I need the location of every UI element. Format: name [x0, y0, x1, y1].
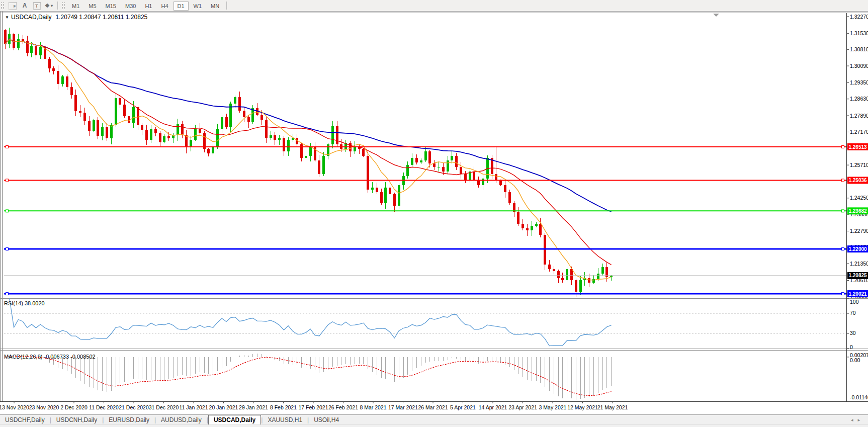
svg-text:23 Nov 2020: 23 Nov 2020 [29, 404, 59, 410]
tf-button-d1[interactable]: D1 [173, 2, 189, 11]
svg-text:2 Dec 2020: 2 Dec 2020 [60, 404, 88, 410]
svg-text:17 Feb 2021: 17 Feb 2021 [299, 404, 328, 410]
svg-text:3 May 2021: 3 May 2021 [539, 404, 567, 410]
symbol-label: USDCAD,Daily [11, 14, 52, 21]
svg-text:29 Jan 2021: 29 Jan 2021 [239, 404, 268, 410]
svg-text:1.28630: 1.28630 [850, 96, 868, 102]
macd-indicator-label: MACD(12,26,9) -0.006733 -0.008502 [4, 354, 96, 360]
tf-button-m5[interactable]: M5 [84, 2, 100, 11]
crosshair-grid-icon[interactable]: F [7, 2, 19, 11]
bottom-strip [0, 424, 868, 427]
svg-text:1.22000: 1.22000 [848, 246, 867, 252]
svg-text:1.22790: 1.22790 [850, 228, 868, 234]
chart-canvas[interactable]: 1.322701.315301.308101.300901.293501.286… [0, 0, 868, 414]
svg-text:1.27170: 1.27170 [850, 129, 868, 135]
svg-text:70: 70 [850, 310, 856, 316]
tf-button-h1[interactable]: H1 [141, 2, 156, 11]
svg-text:-0.011462: -0.011462 [850, 394, 868, 400]
toolbar: FAT❖▾ M1M5M15M30H1H4D1W1MN [0, 0, 868, 12]
level-price-tag: 1.22000 [847, 245, 868, 252]
tf-button-m15[interactable]: M15 [102, 2, 120, 11]
toolbar-separator [226, 2, 227, 10]
timeframe-button-group: M1M5M15M30H1H4D1W1MN [67, 1, 224, 11]
tf-button-mn[interactable]: MN [207, 2, 223, 11]
svg-text:1.29350: 1.29350 [850, 79, 868, 86]
svg-text:8 Feb 2021: 8 Feb 2021 [270, 404, 297, 410]
svg-text:1.25710: 1.25710 [850, 162, 868, 168]
current-price-tag: 1.20825 [847, 272, 868, 279]
svg-text:1.30090: 1.30090 [850, 63, 868, 69]
svg-text:31 Dec 2020: 31 Dec 2020 [149, 404, 179, 410]
svg-text:11 Jan 2021: 11 Jan 2021 [179, 404, 208, 410]
tf-button-h4[interactable]: H4 [157, 2, 172, 11]
svg-text:11 Dec 2020: 11 Dec 2020 [89, 404, 119, 410]
tf-button-m1[interactable]: M1 [68, 2, 83, 11]
svg-text:0: 0 [850, 344, 853, 350]
svg-text:1.27890: 1.27890 [850, 113, 868, 119]
tf-button-w1[interactable]: W1 [190, 2, 206, 11]
tabs-holder: USDCHF,Daily|USDCNH,Daily|EURUSD,Daily|A… [0, 415, 344, 425]
svg-text:0.00: 0.00 [850, 357, 860, 363]
svg-text:1.31530: 1.31530 [850, 30, 868, 36]
svg-text:12 May 2021: 12 May 2021 [567, 404, 598, 410]
svg-text:100: 100 [850, 299, 859, 305]
insert-text-icon[interactable]: A [19, 1, 31, 10]
tab-usdchf-daily[interactable]: USDCHF,Daily [0, 415, 50, 424]
svg-text:1.24250: 1.24250 [850, 195, 868, 201]
objects-arrows-icon[interactable]: ❖▾ [43, 1, 55, 10]
svg-text:1.30810: 1.30810 [850, 46, 868, 52]
tab-usoil-h4[interactable]: USOil,H4 [309, 415, 344, 424]
svg-text:1.20021: 1.20021 [848, 291, 867, 297]
svg-text:1.20825: 1.20825 [848, 273, 867, 278]
svg-text:21 Dec 2020: 21 Dec 2020 [119, 404, 149, 410]
level-price-tag: 1.20021 [847, 290, 868, 297]
svg-text:26 Feb 2021: 26 Feb 2021 [328, 404, 358, 410]
svg-text:1.32270: 1.32270 [850, 14, 868, 20]
svg-text:8 Mar 2021: 8 Mar 2021 [360, 404, 386, 410]
svg-text:30: 30 [850, 330, 856, 336]
ohlc-values: 1.20749 1.20847 1.20611 1.20825 [56, 14, 148, 21]
symbol-title[interactable]: ▼USDCAD,Daily1.20749 1.20847 1.20611 1.2… [5, 14, 147, 21]
toolbar-grip-icon[interactable] [1, 2, 5, 9]
toolbar-grip-icon[interactable] [62, 2, 65, 9]
svg-text:14 Apr 2021: 14 Apr 2021 [479, 404, 507, 410]
svg-text:26 Mar 2021: 26 Mar 2021 [418, 404, 448, 410]
svg-text:1.23682: 1.23682 [848, 208, 867, 214]
level-price-tag: 1.23682 [847, 207, 868, 214]
svg-text:21 May 2021: 21 May 2021 [597, 404, 628, 410]
chart-frame [0, 11, 868, 402]
chart-tab-bar: USDCHF,Daily|USDCNH,Daily|EURUSD,Daily|A… [0, 414, 868, 425]
level-price-tag: 1.26513 [847, 143, 868, 150]
svg-text:1.26513: 1.26513 [848, 144, 867, 150]
svg-text:1.21350: 1.21350 [850, 261, 868, 267]
tf-button-m30[interactable]: M30 [121, 2, 140, 11]
tab-xauusd-h1[interactable]: XAUUSD,H1 [263, 415, 307, 424]
tab-eurusd-daily[interactable]: EURUSD,Daily [104, 415, 154, 424]
tab-usdcad-daily[interactable]: USDCAD,Daily [208, 415, 261, 425]
svg-text:13 Nov 2020: 13 Nov 2020 [0, 404, 29, 410]
rsi-indicator-label: RSI(14) 38.0020 [4, 300, 45, 306]
tab-audusd-daily[interactable]: AUDUSD,Daily [156, 415, 207, 424]
symbol-dropdown-icon[interactable]: ▼ [5, 15, 9, 20]
svg-text:23 Apr 2021: 23 Apr 2021 [508, 404, 537, 410]
svg-text:1.25036: 1.25036 [848, 178, 867, 183]
svg-text:5 Apr 2021: 5 Apr 2021 [450, 404, 476, 410]
time-axis[interactable]: 13 Nov 202023 Nov 20202 Dec 202011 Dec 2… [0, 402, 628, 410]
toolbar-icon-group: FAT❖▾ [7, 1, 55, 11]
svg-text:20 Jan 2021: 20 Jan 2021 [209, 404, 238, 410]
tab-scroll-arrows[interactable]: ◄► [850, 418, 864, 422]
tab-usdcnh-daily[interactable]: USDCNH,Daily [51, 415, 102, 424]
level-price-tag: 1.25036 [847, 177, 868, 184]
svg-text:17 Mar 2021: 17 Mar 2021 [388, 404, 418, 410]
text-label-icon[interactable]: T [31, 2, 43, 11]
toolbar-separator [57, 2, 58, 10]
